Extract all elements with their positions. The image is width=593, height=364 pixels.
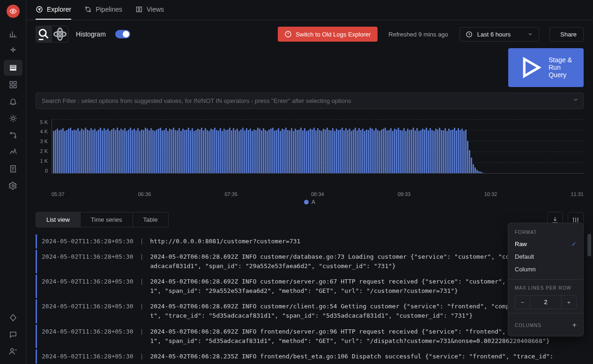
histogram-bar[interactable] (471, 158, 472, 173)
histogram-bar[interactable] (392, 131, 393, 173)
histogram-bar[interactable] (267, 131, 268, 173)
histogram-bar[interactable] (383, 129, 384, 173)
histogram-bar[interactable] (79, 131, 81, 173)
histogram-bar[interactable] (188, 128, 189, 173)
histogram-bar[interactable] (420, 130, 422, 173)
histogram-bar[interactable] (370, 128, 371, 173)
histogram-bar[interactable] (261, 131, 262, 173)
histogram-bar[interactable] (381, 130, 382, 173)
histogram-bar[interactable] (193, 131, 195, 173)
histogram-bar[interactable] (163, 130, 165, 173)
histogram-bar[interactable] (480, 172, 482, 173)
sidebar-item-dashboards[interactable] (4, 77, 22, 93)
histogram-bar[interactable] (386, 131, 388, 173)
histogram-bar[interactable] (62, 128, 64, 173)
histogram-bar[interactable] (139, 131, 141, 173)
histogram-bar[interactable] (413, 128, 414, 173)
histogram-bar[interactable] (351, 131, 352, 173)
histogram-bar[interactable] (98, 130, 99, 173)
histogram-bar[interactable] (450, 130, 452, 173)
histogram-bar[interactable] (227, 130, 229, 173)
sidebar-item-traces[interactable] (4, 127, 22, 143)
histogram-bar[interactable] (418, 131, 420, 173)
histogram-bar[interactable] (156, 130, 157, 173)
histogram-bar[interactable] (300, 128, 302, 173)
histogram-bar[interactable] (310, 129, 311, 173)
histogram-bar[interactable] (77, 128, 79, 173)
histogram-bar[interactable] (424, 130, 425, 173)
histogram-bar[interactable] (315, 131, 317, 173)
histogram-bar[interactable] (409, 130, 410, 173)
histogram-bar[interactable] (394, 129, 395, 173)
histogram-bar[interactable] (126, 131, 127, 173)
histogram-bar[interactable] (390, 128, 392, 173)
log-row[interactable]: 2024-05-02T11:36:28+05:30|2024-05-02T06:… (36, 275, 584, 298)
histogram-bar[interactable] (364, 131, 365, 173)
histogram-bar[interactable] (326, 128, 328, 173)
histogram-bar[interactable] (306, 131, 307, 173)
histogram-bar[interactable] (270, 129, 272, 173)
query-builder-button[interactable] (36, 26, 52, 42)
histogram-bar[interactable] (248, 130, 249, 173)
histogram-bar[interactable] (371, 129, 373, 173)
histogram-bar[interactable] (385, 128, 386, 173)
view-tab-table[interactable]: Table (133, 212, 168, 227)
histogram-bar[interactable] (107, 129, 109, 173)
histogram-bar[interactable] (242, 128, 244, 173)
histogram-bar[interactable] (212, 130, 214, 173)
histogram-bar[interactable] (192, 128, 193, 173)
histogram-bar[interactable] (426, 128, 427, 173)
histogram-bar[interactable] (463, 131, 465, 173)
histogram-bar[interactable] (358, 128, 360, 173)
histogram-bar[interactable] (238, 131, 240, 173)
histogram-bar[interactable] (405, 131, 407, 173)
histogram-bar[interactable] (137, 128, 139, 173)
histogram-bar[interactable] (115, 130, 116, 173)
histogram-bar[interactable] (57, 129, 58, 173)
histogram-bar[interactable] (482, 173, 483, 173)
histogram-bar[interactable] (439, 128, 440, 173)
histogram-bar[interactable] (75, 130, 77, 173)
histogram-bar[interactable] (199, 130, 200, 173)
histogram-bar[interactable] (94, 129, 96, 173)
histogram-bar[interactable] (72, 131, 73, 173)
histogram-bar[interactable] (428, 131, 429, 173)
histogram-bar[interactable] (120, 129, 122, 173)
switch-old-explorer-button[interactable]: Switch to Old Logs Explorer (278, 27, 377, 42)
histogram-bar[interactable] (195, 130, 197, 173)
chevron-down-icon[interactable] (572, 96, 579, 105)
sidebar-item-logs[interactable] (4, 60, 22, 76)
share-button[interactable]: Share (549, 27, 584, 42)
histogram-bar[interactable] (59, 131, 60, 173)
log-row[interactable]: 2024-05-02T11:36:28+05:30|http://0.0.0.0… (36, 234, 584, 248)
log-row[interactable]: 2024-05-02T11:36:28+05:30|2024-05-02T06:… (36, 325, 584, 348)
sidebar-item-invite[interactable] (4, 343, 22, 359)
histogram-bar[interactable] (87, 130, 88, 173)
histogram-bar[interactable] (282, 129, 283, 173)
histogram-bar[interactable] (203, 131, 204, 173)
histogram-bar[interactable] (465, 130, 467, 173)
histogram-toggle[interactable] (115, 30, 130, 38)
histogram-bar[interactable] (235, 130, 236, 173)
histogram-bar[interactable] (343, 131, 345, 173)
histogram-bar[interactable] (287, 130, 289, 173)
histogram-bar[interactable] (291, 128, 292, 173)
histogram-bar[interactable] (373, 131, 375, 173)
histogram-bar[interactable] (216, 130, 217, 173)
histogram-bar[interactable] (338, 130, 339, 173)
histogram-bar[interactable] (293, 131, 294, 173)
histogram-bar[interactable] (85, 128, 86, 173)
histogram-bar[interactable] (68, 129, 69, 173)
histogram-bar[interactable] (178, 128, 180, 173)
histogram-bar[interactable] (388, 130, 390, 173)
histogram-bar[interactable] (162, 131, 163, 173)
histogram-bar[interactable] (145, 128, 146, 173)
histogram-bar[interactable] (119, 131, 120, 173)
histogram-bar[interactable] (349, 129, 350, 173)
histogram-bar[interactable] (304, 128, 305, 173)
histogram-bar[interactable] (220, 128, 221, 173)
histogram-bar[interactable] (150, 128, 152, 173)
histogram-bar[interactable] (478, 171, 480, 173)
histogram-bar[interactable] (268, 130, 270, 173)
histogram-bar[interactable] (252, 131, 253, 173)
